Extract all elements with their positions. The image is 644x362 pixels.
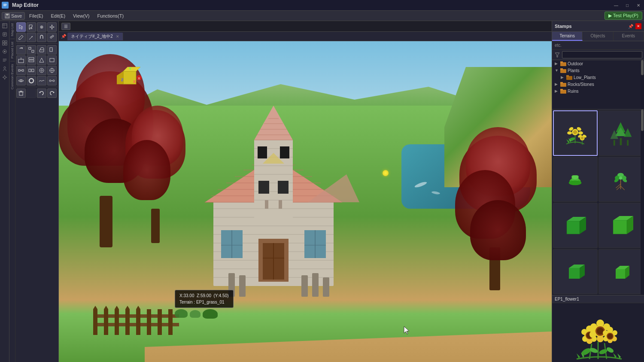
select-rect-tool[interactable] [27, 22, 36, 32]
svg-marker-134 [93, 306, 97, 309]
svg-point-235 [589, 331, 596, 338]
svg-rect-2 [3, 6, 6, 6]
maximize-button[interactable]: □ [623, 1, 631, 9]
undo-tool[interactable] [37, 88, 46, 98]
svg-point-40 [52, 35, 54, 37]
adjust-tool[interactable] [47, 33, 57, 42]
toolbar-icon-1[interactable] [1, 22, 9, 30]
toolbar-icon-6[interactable] [1, 65, 9, 73]
stamp-cell-cube-2[interactable] [598, 203, 643, 248]
svg-rect-133 [93, 309, 97, 335]
trash-tool[interactable] [16, 88, 26, 98]
tree-item-plants[interactable]: ▼ Plants [552, 67, 644, 74]
functions-menu[interactable]: Functions(T) [94, 12, 127, 19]
close-button[interactable]: ✕ [635, 1, 642, 9]
door-tool[interactable] [47, 45, 57, 55]
stamp-icon-2 [608, 120, 634, 146]
resize-top-tool[interactable] [16, 55, 26, 65]
circle-icon [2, 49, 7, 54]
stamp-icon-3 [562, 166, 588, 192]
empty-tool [27, 88, 36, 98]
stamp-icon-5 [562, 213, 588, 238]
tree-scrollbar-thumb[interactable] [641, 60, 644, 75]
stamp-cell-cube-small-1[interactable] [553, 249, 598, 295]
common-events-tab[interactable]: Common Events [10, 63, 15, 91]
viewport-pin-button[interactable]: 📌 [61, 33, 67, 40]
placed-list-tab[interactable]: Placed List [10, 40, 15, 60]
stamps-search-bar [552, 50, 644, 60]
edit-menu[interactable]: Edit(E) [47, 12, 69, 19]
expand-icon-ruins: ▶ [555, 89, 559, 93]
3d-scene[interactable]: X Z Y X X:33.00 Z:59.00 (Y:4.50) Terrain… [59, 41, 552, 362]
stamp-cell-cube-small-2[interactable] [598, 249, 643, 295]
tree-item-low-plants[interactable]: ▶ Low_Plants [552, 74, 644, 81]
target-tool[interactable] [47, 66, 57, 75]
layers-tool[interactable] [27, 55, 36, 65]
file-menu[interactable]: File(E) [26, 12, 46, 19]
stamp-cell-flower-sprite[interactable] [553, 110, 598, 156]
tree-foliage-midleft-3 [123, 140, 170, 200]
viewport-tab-main[interactable]: ネイティブ#_2_地中2 ✕ [67, 33, 123, 40]
save-button[interactable]: Save [2, 12, 25, 20]
view-menu[interactable]: View(V) [70, 12, 93, 19]
wave-tool[interactable] [37, 76, 46, 85]
stamp-icon-7 [562, 259, 588, 284]
stamps-grid [552, 110, 644, 295]
svg-marker-36 [53, 27, 55, 28]
grid-scrollbar-thumb[interactable] [641, 110, 644, 131]
move-tool[interactable] [47, 22, 57, 32]
svg-rect-7 [2, 24, 6, 28]
stamp-cell-bush-root[interactable] [598, 157, 643, 202]
circle-select-tool[interactable] [37, 66, 46, 75]
split-tool[interactable] [27, 66, 36, 75]
link-tool[interactable] [37, 45, 46, 55]
tab-objects[interactable]: Objects [583, 32, 613, 41]
ring-tool[interactable] [27, 76, 36, 85]
toolbar-icon-2[interactable] [1, 30, 9, 38]
viewport[interactable]: ☰ 📌 ネイティブ#_2_地中2 ✕ [59, 21, 552, 362]
test-play-button[interactable]: ▶ Test Play(P) [605, 12, 642, 20]
tree-item-outdoor[interactable]: ▶ Outdoor [552, 60, 644, 67]
stamps-pin-button[interactable]: 📌 [628, 23, 634, 29]
arrow-tool[interactable] [27, 33, 36, 42]
stamps-close-button[interactable]: ✕ [635, 23, 641, 29]
stamp-cell-low-grass[interactable] [553, 157, 598, 202]
camera-tool[interactable] [37, 22, 46, 32]
tab-events[interactable]: Events [614, 32, 644, 41]
svg-marker-35 [49, 27, 51, 28]
tree-item-rocks[interactable]: ▶ Rocks/Stones [552, 81, 644, 88]
tab-terrains[interactable]: Terrains [552, 32, 583, 41]
navigation-gizmo[interactable]: X Z Y X [117, 65, 143, 91]
viewport-menu-toggle[interactable]: ☰ [61, 23, 70, 30]
svg-rect-49 [18, 59, 24, 63]
toolbar-icon-7[interactable] [1, 73, 9, 81]
toolbar-icon-5[interactable] [1, 56, 9, 64]
triangle-tool[interactable] [37, 55, 46, 65]
stamps-filter-icon[interactable] [554, 52, 561, 58]
stamp-cell-tree-group[interactable] [598, 110, 643, 156]
svg-point-220 [598, 348, 608, 355]
tree-label-outdoor: Outdoor [568, 61, 583, 66]
svg-marker-136 [104, 306, 108, 309]
select-tool[interactable] [16, 22, 26, 32]
stamps-search-input[interactable] [562, 51, 642, 58]
tree-label-low: Low_Plants [574, 75, 596, 80]
tree-item-ruins[interactable]: ▶ Ruins [552, 88, 644, 94]
lines-icon [2, 58, 7, 63]
svg-rect-209 [569, 268, 580, 279]
minimize-button[interactable]: — [612, 1, 620, 9]
rotate-tool[interactable] [16, 45, 26, 55]
stamp-icon-6 [608, 213, 634, 238]
stamp-cell-cube-1[interactable] [553, 203, 598, 248]
connect-tool[interactable] [47, 76, 57, 85]
map-list-tab[interactable]: Map List [10, 22, 15, 37]
snap-tool[interactable] [27, 45, 36, 55]
magnet-tool[interactable] [37, 33, 46, 42]
toolbar-icon-4[interactable] [1, 48, 9, 55]
rect-tool[interactable] [47, 55, 57, 65]
toolbar-icon-3[interactable] [1, 39, 9, 47]
redo-tool[interactable] [47, 88, 57, 98]
group-tool[interactable] [16, 66, 26, 75]
eye-tool[interactable] [16, 76, 26, 85]
pencil-tool[interactable] [16, 33, 26, 42]
